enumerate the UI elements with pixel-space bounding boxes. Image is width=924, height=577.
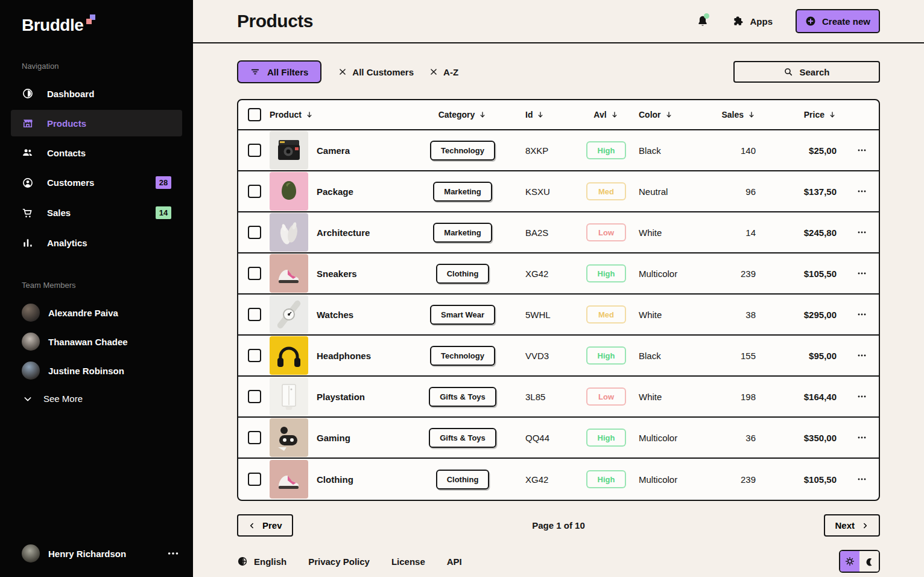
filter-chip-a-z[interactable]: A-Z <box>429 67 458 77</box>
sidebar-item-analytics[interactable]: Analytics <box>11 229 182 256</box>
bar-chart-icon <box>22 237 34 249</box>
column-header-sales[interactable]: Sales <box>721 110 756 120</box>
category-tag[interactable]: Clothing <box>436 470 490 489</box>
column-header-avl[interactable]: Avl <box>593 110 618 120</box>
category-cell: Marketing <box>433 182 492 202</box>
category-tag[interactable]: Technology <box>430 346 495 366</box>
availability-cell: High <box>586 346 626 365</box>
footer-link-english[interactable]: English <box>237 556 286 567</box>
row-actions-button[interactable] <box>855 225 869 240</box>
footer-link-license[interactable]: License <box>391 556 425 567</box>
column-label: Color <box>639 110 661 120</box>
team-member-row[interactable]: Thanawan Chadee <box>0 327 193 356</box>
row-actions-button[interactable] <box>855 143 869 158</box>
availability-badge: High <box>586 264 626 282</box>
column-header-category[interactable]: Category <box>438 110 487 120</box>
product-color: Multicolor <box>639 269 711 279</box>
row-actions-button[interactable] <box>855 389 869 404</box>
category-cell: Clothing <box>436 264 490 284</box>
sidebar-item-sales[interactable]: Sales14 <box>11 199 182 226</box>
apps-label: Apps <box>750 16 773 27</box>
row-checkbox[interactable] <box>248 431 261 444</box>
availability-badge: Low <box>586 387 626 406</box>
category-tag[interactable]: Smart Wear <box>430 305 495 325</box>
row-actions-button[interactable] <box>855 472 869 486</box>
people-icon <box>22 147 34 159</box>
next-page-button[interactable]: Next <box>824 514 880 537</box>
row-checkbox[interactable] <box>248 308 261 321</box>
filter-chip-all-customers[interactable]: All Customers <box>338 67 414 77</box>
product-id: 8XKP <box>525 145 574 156</box>
row-checkbox[interactable] <box>248 226 261 239</box>
sort-desc-icon <box>478 110 487 119</box>
category-cell: Smart Wear <box>430 305 495 325</box>
row-actions-button[interactable] <box>855 307 869 322</box>
chevron-left-icon <box>248 521 256 530</box>
x-icon[interactable] <box>338 68 347 76</box>
row-checkbox[interactable] <box>248 349 261 362</box>
x-icon[interactable] <box>429 68 438 76</box>
category-tag[interactable]: Gifts & Toys <box>429 387 496 407</box>
row-checkbox[interactable] <box>248 390 261 403</box>
team-member-row[interactable]: Justine Robinson <box>0 356 193 385</box>
sidebar-item-customers[interactable]: Customers28 <box>11 169 182 196</box>
row-checkbox[interactable] <box>248 144 261 157</box>
product-thumbnail <box>270 213 308 252</box>
search-input[interactable]: Search <box>733 61 880 83</box>
sidebar-item-dashboard[interactable]: Dashboard <box>11 80 182 107</box>
product-price: $245,80 <box>804 228 837 238</box>
row-checkbox[interactable] <box>248 267 261 280</box>
dashboard-icon <box>22 88 34 100</box>
table-row: PackageMarketingKSXUMedNeutral96$137,50 <box>238 171 879 212</box>
row-actions-button[interactable] <box>855 430 869 445</box>
column-header-product[interactable]: Product <box>270 110 314 120</box>
product-color: Neutral <box>639 186 711 197</box>
product-thumbnail <box>270 377 308 416</box>
team-member-row[interactable]: Alexandre Paiva <box>0 298 193 327</box>
product-color: White <box>639 310 711 320</box>
topbar: Products Apps Create new <box>193 0 924 43</box>
column-label: Sales <box>721 110 744 120</box>
brand-logo[interactable]: Bruddle <box>0 0 193 35</box>
prev-page-button[interactable]: Prev <box>237 514 293 537</box>
notifications-bell-icon[interactable] <box>696 14 709 28</box>
row-checkbox[interactable] <box>248 185 261 198</box>
theme-toggle[interactable] <box>839 550 880 573</box>
category-tag[interactable]: Gifts & Toys <box>429 428 496 448</box>
sort-desc-icon <box>305 110 314 119</box>
sidebar-item-contacts[interactable]: Contacts <box>11 139 182 166</box>
category-tag[interactable]: Marketing <box>433 182 492 202</box>
all-filters-button[interactable]: All Filters <box>237 60 321 83</box>
user-menu-button[interactable] <box>166 547 180 560</box>
see-more-button[interactable]: See More <box>0 385 193 404</box>
category-tag[interactable]: Marketing <box>433 223 492 243</box>
settings-gear-icon[interactable] <box>840 551 859 572</box>
chevron-right-icon <box>861 521 869 530</box>
store-icon <box>22 117 34 129</box>
category-tag[interactable]: Clothing <box>436 264 490 284</box>
create-new-button[interactable]: Create new <box>796 9 880 33</box>
footer-link-api[interactable]: API <box>447 556 462 567</box>
column-header-color[interactable]: Color <box>639 110 673 120</box>
moon-icon[interactable] <box>859 551 879 572</box>
sidebar-item-products[interactable]: Products <box>11 110 182 136</box>
product-sales: 38 <box>745 310 756 320</box>
footer-link-label: License <box>391 556 425 567</box>
row-actions-button[interactable] <box>855 348 869 363</box>
product-name: Clothing <box>317 474 400 485</box>
column-header-id[interactable]: Id <box>525 110 545 120</box>
availability-cell: Low <box>586 387 626 406</box>
row-actions-button[interactable] <box>855 184 869 199</box>
products-table: ProductCategoryIdAvlColorSalesPrice Came… <box>237 99 880 501</box>
create-new-label: Create new <box>822 16 870 27</box>
row-checkbox[interactable] <box>248 473 261 486</box>
column-header-price[interactable]: Price <box>804 110 837 120</box>
availability-badge: High <box>586 346 626 365</box>
column-label: Id <box>525 110 533 120</box>
select-all-checkbox[interactable] <box>248 108 261 121</box>
category-tag[interactable]: Technology <box>430 141 495 161</box>
row-actions-button[interactable] <box>855 266 869 281</box>
apps-button[interactable]: Apps <box>732 15 773 27</box>
product-thumbnail <box>270 254 308 293</box>
footer-link-privacy-policy[interactable]: Privacy Policy <box>308 556 370 567</box>
